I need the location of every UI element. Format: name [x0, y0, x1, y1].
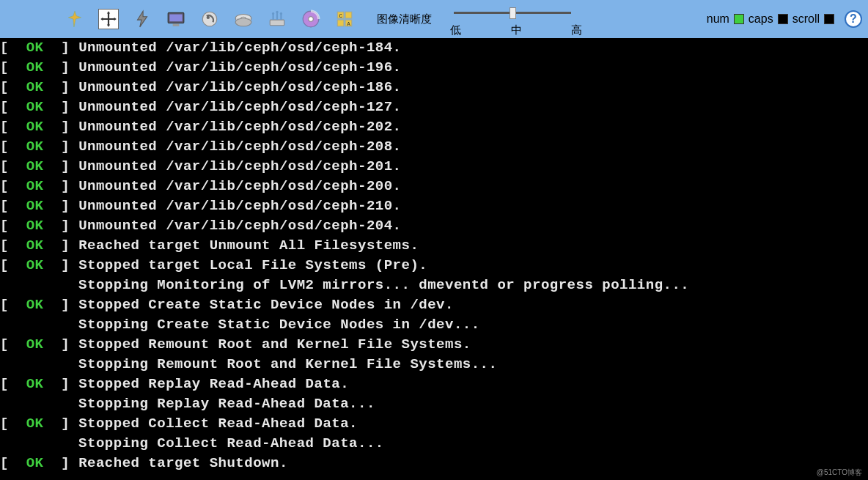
satellite-icon[interactable]	[199, 9, 220, 29]
svg-rect-17	[337, 20, 344, 26]
slider-labels: 低 中 高	[450, 23, 582, 37]
terminal-output: [ OK ] Unmounted /var/lib/ceph/osd/ceph-…	[0, 38, 868, 473]
terminal-line: [ OK ] Stopped Create Static Device Node…	[0, 295, 868, 315]
terminal-line: Stopping Replay Read-Ahead Data...	[0, 394, 868, 414]
terminal-line: [ OK ] Reached target Shutdown.	[0, 454, 868, 473]
svg-point-8	[235, 18, 251, 26]
slider-low: 低	[450, 23, 461, 37]
clarity-label: 图像清晰度	[377, 12, 432, 26]
router-icon[interactable]	[267, 9, 287, 29]
terminal-line: [ OK ] Stopped target Local File Systems…	[0, 256, 868, 276]
pin-icon[interactable]	[65, 9, 85, 29]
terminal-line: [ OK ] Unmounted /var/lib/ceph/osd/ceph-…	[0, 117, 868, 137]
terminal-line: [ OK ] Unmounted /var/lib/ceph/osd/ceph-…	[0, 38, 868, 58]
keyboard-status: num caps scroll ?	[707, 10, 862, 28]
terminal-line: [ OK ] Unmounted /var/lib/ceph/osd/ceph-…	[0, 177, 868, 196]
terminal-line: [ OK ] Stopped Collect Read-Ahead Data.	[0, 414, 868, 434]
terminal-line: [ OK ] Unmounted /var/lib/ceph/osd/ceph-…	[0, 137, 868, 157]
caps-label: caps	[749, 12, 773, 26]
terminal-line: [ OK ] Unmounted /var/lib/ceph/osd/ceph-…	[0, 78, 868, 97]
svg-point-10	[272, 12, 274, 15]
toolbar-icons: CA	[65, 9, 355, 29]
svg-point-3	[202, 12, 217, 26]
svg-point-14	[309, 17, 314, 22]
svg-rect-2	[173, 24, 180, 26]
slider-thumb[interactable]	[510, 7, 516, 19]
computer-icon[interactable]	[166, 9, 186, 29]
num-indicator	[734, 14, 744, 24]
terminal-line: [ OK ] Unmounted /var/lib/ceph/osd/ceph-…	[0, 58, 868, 78]
terminal-line: [ OK ] Stopped Remount Root and Kernel F…	[0, 335, 868, 355]
terminal-line: [ OK ] Unmounted /var/lib/ceph/osd/ceph-…	[0, 196, 868, 216]
slider-mid: 中	[511, 23, 522, 37]
caps-indicator	[778, 14, 788, 24]
terminal-line: [ OK ] Reached target Unmount All Filesy…	[0, 236, 868, 256]
terminal-line: Stopping Collect Read-Ahead Data...	[0, 434, 868, 454]
svg-point-11	[276, 11, 278, 13]
terminal-line: Stopping Monitoring of LVM2 mirrors... d…	[0, 276, 868, 295]
slider-high: 高	[571, 23, 582, 37]
scroll-indicator	[824, 14, 834, 24]
help-icon[interactable]: ?	[845, 10, 862, 28]
grid-icon[interactable]: CA	[334, 9, 355, 29]
watermark: @51CTO博客	[817, 468, 862, 478]
terminal-line: [ OK ] Unmounted /var/lib/ceph/osd/ceph-…	[0, 216, 868, 236]
svg-rect-9	[270, 20, 284, 26]
scroll-label: scroll	[792, 12, 820, 26]
terminal-line: [ OK ] Stopped Replay Read-Ahead Data.	[0, 374, 868, 394]
toolbar: CA 图像清晰度 低 中 高 num caps scroll ?	[0, 0, 868, 38]
terminal-line: [ OK ] Unmounted /var/lib/ceph/osd/ceph-…	[0, 97, 868, 117]
terminal-line: Stopping Remount Root and Kernel File Sy…	[0, 355, 868, 374]
svg-rect-1	[169, 15, 182, 22]
terminal-line: [ OK ] Unmounted /var/lib/ceph/osd/ceph-…	[0, 157, 868, 177]
svg-rect-16	[345, 12, 352, 18]
svg-point-4	[207, 16, 210, 19]
cd-icon[interactable]	[301, 9, 321, 29]
clarity-slider[interactable]: 低 中 高	[454, 4, 571, 34]
num-label: num	[707, 12, 729, 26]
disc-icon[interactable]	[233, 9, 254, 29]
svg-text:A: A	[347, 21, 350, 27]
lightning-icon[interactable]	[132, 9, 152, 29]
move-icon[interactable]	[98, 9, 119, 29]
svg-text:C: C	[339, 13, 342, 19]
terminal-line: Stopping Create Static Device Nodes in /…	[0, 315, 868, 335]
svg-point-12	[280, 12, 282, 15]
